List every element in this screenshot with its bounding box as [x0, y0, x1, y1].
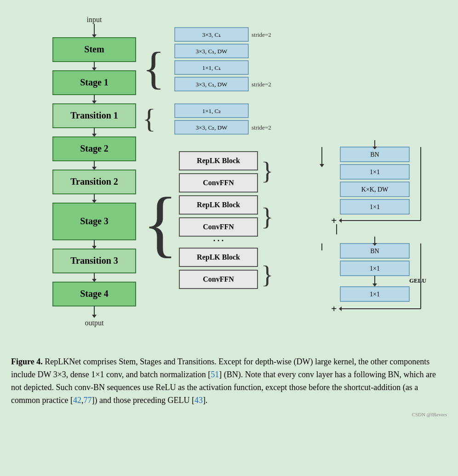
ref-77: 77	[83, 396, 92, 405]
pair3-brace: }	[261, 261, 273, 289]
architecture-diagram: input Stem Stage 1 Transition 1 Stage 2 …	[9, 9, 458, 345]
stem-stride2: stride=2	[252, 81, 271, 88]
pair2-brace: }	[261, 203, 273, 231]
dots: · · ·	[213, 236, 224, 245]
pair1-brace: }	[261, 157, 273, 185]
replk1-label: RepLK Block	[197, 157, 240, 165]
ref-43: 43	[195, 396, 203, 405]
caption-text: Figure 4. RepLKNet comprises Stem, Stage…	[11, 357, 436, 405]
output-label: output	[85, 319, 104, 327]
trans1-stride: stride=2	[252, 124, 271, 131]
replk-bn-label: BN	[370, 151, 379, 158]
convffn-11b-label: 1×1	[370, 291, 380, 298]
transition3-label: Transition 3	[70, 255, 118, 266]
stage2-label: Stage 2	[80, 143, 109, 154]
ref-51: 51	[211, 370, 219, 379]
gelu-label: GELU	[409, 277, 426, 284]
stage3-label: Stage 3	[80, 216, 109, 227]
trans1-brace: {	[143, 103, 156, 134]
ref-42: 42	[73, 396, 81, 405]
stem-d2-label: 3×3, C₁, DW	[196, 48, 228, 55]
stem-d1-label: 3×3, C₁	[202, 31, 221, 38]
stage-brace: {	[143, 182, 178, 264]
trans1-d2-label: 3×3, C₂, DW	[196, 124, 228, 131]
stage1-label: Stage 1	[80, 77, 109, 88]
caption: Figure 4. RepLKNet comprises Stem, Stage…	[5, 349, 453, 412]
replk-11a-label: 1×1	[370, 169, 380, 176]
watermark: CSDN @IRevers	[5, 412, 453, 420]
stem-d4-label: 3×3, C₁, DW	[196, 81, 228, 88]
stem-d3-label: 1×1, C₁	[202, 64, 221, 71]
stem-label: Stem	[84, 44, 104, 54]
convffn1-label: ConvFFN	[203, 179, 234, 187]
convffn-plus: +	[331, 303, 337, 314]
diagram-wrapper: input Stem Stage 1 Transition 1 Stage 2 …	[5, 5, 453, 349]
replk-plus: +	[331, 215, 337, 226]
stage4-label: Stage 4	[80, 289, 109, 299]
stem-stride1: stride=2	[252, 31, 271, 38]
replk2-label: RepLK Block	[197, 201, 240, 209]
trans1-d1-label: 1×1, C₂	[202, 108, 221, 114]
replk3-label: RepLK Block	[197, 253, 240, 261]
convffn-11a-label: 1×1	[370, 265, 380, 272]
stem-brace: {	[143, 43, 165, 94]
convffn-bn-label: BN	[370, 248, 379, 255]
transition1-label: Transition 1	[70, 110, 118, 120]
input-label: input	[87, 16, 102, 24]
convffn3-label: ConvFFN	[203, 275, 234, 283]
convffn2-label: ConvFFN	[203, 223, 234, 231]
replk-11b-label: 1×1	[370, 204, 380, 210]
transition2-label: Transition 2	[70, 176, 118, 187]
replk-kk-label: K×K, DW	[361, 186, 389, 193]
